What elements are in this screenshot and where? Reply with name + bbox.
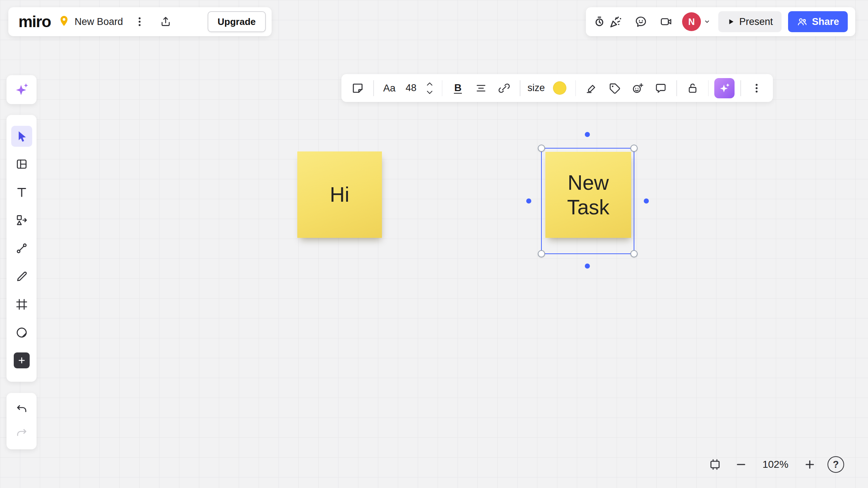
templates-tool[interactable] <box>11 154 32 175</box>
size-label: size <box>526 82 546 94</box>
comment-button[interactable] <box>651 78 671 98</box>
ai-assistant-card <box>7 75 37 104</box>
user-avatar[interactable]: N <box>682 12 701 31</box>
pen-tool[interactable] <box>11 266 32 287</box>
board-name[interactable]: New Board <box>75 16 123 27</box>
board-menu-button[interactable] <box>130 12 149 31</box>
quick-add-dot-right[interactable] <box>644 198 649 204</box>
cursor-icon <box>15 130 28 143</box>
present-button[interactable]: Present <box>718 11 782 32</box>
zoom-level[interactable]: 102% <box>757 459 793 470</box>
chevron-down-icon <box>425 89 434 96</box>
sticky-note-icon <box>351 82 364 95</box>
sticky-note[interactable]: Hi <box>297 151 382 238</box>
add-reaction-button[interactable] <box>628 78 647 98</box>
fit-to-screen-button[interactable] <box>705 455 725 474</box>
upgrade-button[interactable]: Upgrade <box>208 11 266 32</box>
help-button[interactable]: ? <box>826 455 846 474</box>
font-size-decrease-button[interactable] <box>423 88 436 97</box>
facilitation-tools-button[interactable] <box>593 12 625 31</box>
more-options-button[interactable] <box>747 78 766 98</box>
align-center-icon <box>475 82 487 94</box>
highlighter-icon <box>585 82 597 94</box>
link-icon <box>498 82 510 94</box>
resize-handle-bottom-right[interactable] <box>630 250 638 257</box>
share-label: Share <box>812 16 839 27</box>
quick-add-dot-left[interactable] <box>526 198 531 204</box>
font-size-value[interactable]: 48 <box>403 82 420 94</box>
divider <box>373 80 374 96</box>
quick-add-dot-bottom[interactable] <box>585 264 590 269</box>
zoom-in-button[interactable] <box>800 455 820 474</box>
chat-smiley-icon <box>634 15 647 28</box>
highlighter-button[interactable] <box>582 78 601 98</box>
redo-icon <box>15 427 28 440</box>
divider <box>442 80 443 96</box>
facilitation-tools-icon <box>595 14 624 29</box>
tag-button[interactable] <box>605 78 624 98</box>
export-board-button[interactable] <box>156 12 175 31</box>
bold-label: B <box>454 82 462 94</box>
chevron-down-icon <box>702 17 712 26</box>
text-align-button[interactable] <box>471 78 491 98</box>
video-call-button[interactable] <box>657 12 676 31</box>
lock-button[interactable] <box>683 78 702 98</box>
zoom-controls: 102% ? <box>705 455 846 474</box>
minus-icon <box>735 458 747 471</box>
pen-icon <box>15 270 28 283</box>
more-tools-button[interactable] <box>11 350 32 371</box>
stickers-tool[interactable] <box>11 322 32 343</box>
miro-logo[interactable]: miro <box>18 14 51 30</box>
video-camera-icon <box>660 15 673 28</box>
present-label: Present <box>739 16 773 27</box>
header-right: N Present Share <box>586 7 855 36</box>
redo-button[interactable] <box>11 423 32 444</box>
bold-button[interactable]: B <box>448 78 468 98</box>
board-title-group[interactable]: New Board <box>58 15 123 29</box>
comment-icon <box>655 82 667 94</box>
divider <box>708 80 709 96</box>
chevron-up-icon <box>425 80 434 87</box>
share-button[interactable]: Share <box>788 11 848 32</box>
board-pin-icon <box>58 15 70 29</box>
divider <box>740 80 741 96</box>
account-menu[interactable]: N <box>682 12 712 31</box>
sticky-note-selected[interactable]: New Task <box>545 152 631 238</box>
export-icon <box>159 16 172 28</box>
connection-line-tool[interactable] <box>11 238 32 259</box>
undo-button[interactable] <box>11 399 32 420</box>
sticky-note-text: New Task <box>550 170 627 220</box>
select-tool[interactable] <box>11 126 32 147</box>
ai-assistant-button[interactable] <box>11 79 32 100</box>
zoom-out-button[interactable] <box>731 455 751 474</box>
connection-line-icon <box>15 242 28 255</box>
frame-tool[interactable] <box>11 294 32 315</box>
resize-handle-top-left[interactable] <box>538 145 545 152</box>
font-size-increase-button[interactable] <box>423 80 436 88</box>
play-icon <box>727 18 735 26</box>
note-color-button[interactable] <box>550 78 570 98</box>
context-toolbar: Aa 48 B size <box>341 74 773 102</box>
tag-icon <box>608 82 621 94</box>
resize-handle-bottom-left[interactable] <box>538 250 545 257</box>
undo-icon <box>15 403 28 416</box>
frame-icon <box>15 298 28 311</box>
ai-actions-button[interactable] <box>714 78 735 98</box>
note-type-button[interactable] <box>348 78 367 98</box>
board-canvas[interactable]: Hi New Task <box>0 0 868 488</box>
chat-button[interactable] <box>631 12 650 31</box>
shapes-tool[interactable] <box>11 210 32 231</box>
link-button[interactable] <box>494 78 514 98</box>
text-style-button[interactable]: Aa <box>380 78 399 98</box>
ai-sparkle-icon <box>718 82 731 94</box>
emoji-plus-icon <box>631 82 644 94</box>
quick-add-dot-top[interactable] <box>585 132 590 137</box>
kebab-menu-icon <box>134 16 145 27</box>
text-icon <box>15 186 28 199</box>
shapes-icon <box>15 214 28 227</box>
help-icon: ? <box>827 456 844 473</box>
text-tool[interactable] <box>11 182 32 203</box>
text-style-label: Aa <box>383 82 395 94</box>
divider <box>575 80 576 96</box>
resize-handle-top-right[interactable] <box>630 145 638 152</box>
